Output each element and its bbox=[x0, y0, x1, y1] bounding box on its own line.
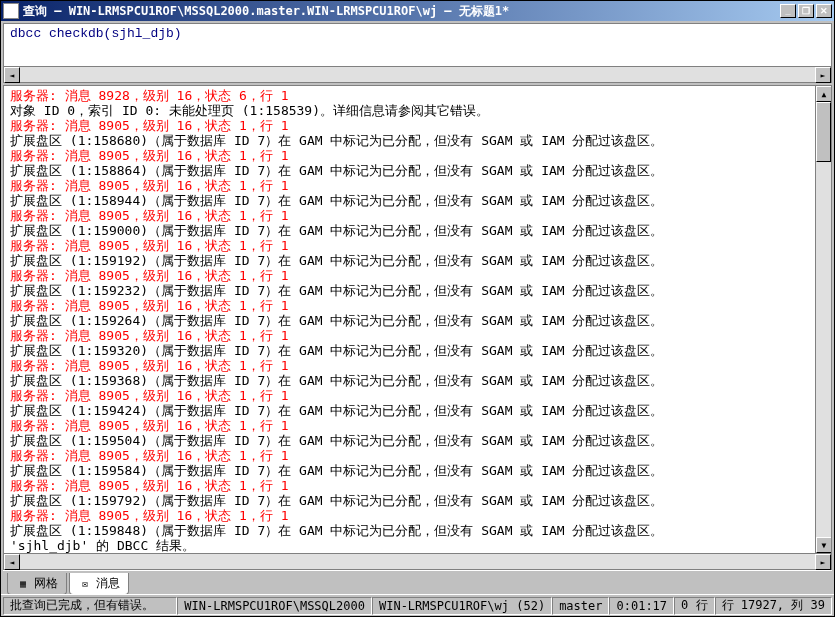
window-title: 查询 — WIN-LRMSPCU1ROF\MSSQL2000.master.WI… bbox=[23, 3, 780, 20]
result-line: 服务器: 消息 8905，级别 16，状态 1，行 1 bbox=[10, 328, 809, 343]
query-hscrollbar[interactable]: ◄ ► bbox=[4, 66, 831, 82]
result-line: 扩展盘区 (1:159000)（属于数据库 ID 7）在 GAM 中标记为已分配… bbox=[10, 223, 809, 238]
status-message: 批查询已完成，但有错误。 bbox=[3, 597, 177, 615]
scroll-down-icon[interactable]: ▼ bbox=[816, 537, 832, 553]
result-line: 服务器: 消息 8905，级别 16，状态 1，行 1 bbox=[10, 508, 809, 523]
results-messages[interactable]: 服务器: 消息 8928，级别 16，状态 6，行 1对象 ID 0，索引 ID… bbox=[4, 86, 815, 553]
vscroll-thumb[interactable] bbox=[816, 102, 831, 162]
close-button[interactable]: ✕ bbox=[816, 4, 832, 18]
scroll-right-icon[interactable]: ► bbox=[815, 554, 831, 570]
status-server: WIN-LRMSPCU1ROF\MSSQL2000 bbox=[177, 597, 372, 615]
result-line: 扩展盘区 (1:159584)（属于数据库 ID 7）在 GAM 中标记为已分配… bbox=[10, 463, 809, 478]
results-vscrollbar[interactable]: ▲ ▼ bbox=[815, 86, 831, 553]
result-line: 服务器: 消息 8905，级别 16，状态 1，行 1 bbox=[10, 418, 809, 433]
minimize-button[interactable]: _ bbox=[780, 4, 796, 18]
app-window: ▦ 查询 — WIN-LRMSPCU1ROF\MSSQL2000.master.… bbox=[0, 0, 835, 617]
hscroll-track[interactable] bbox=[20, 554, 815, 569]
scroll-up-icon[interactable]: ▲ bbox=[816, 86, 832, 102]
result-line: 扩展盘区 (1:159264)（属于数据库 ID 7）在 GAM 中标记为已分配… bbox=[10, 313, 809, 328]
scroll-left-icon[interactable]: ◄ bbox=[4, 67, 20, 83]
result-line: 服务器: 消息 8905，级别 16，状态 1，行 1 bbox=[10, 448, 809, 463]
vscroll-track[interactable] bbox=[816, 102, 831, 537]
status-user: WIN-LRMSPCU1ROF\wj (52) bbox=[372, 597, 552, 615]
hscroll-track[interactable] bbox=[20, 67, 815, 82]
result-line: 扩展盘区 (1:158864)（属于数据库 ID 7）在 GAM 中标记为已分配… bbox=[10, 163, 809, 178]
status-database: master bbox=[552, 597, 609, 615]
result-line: 服务器: 消息 8905，级别 16，状态 1，行 1 bbox=[10, 298, 809, 313]
tab-messages[interactable]: ✉ 消息 bbox=[69, 573, 129, 595]
status-time: 0:01:17 bbox=[609, 597, 674, 615]
result-line: 服务器: 消息 8905，级别 16，状态 1，行 1 bbox=[10, 178, 809, 193]
result-line: 服务器: 消息 8905，级别 16，状态 1，行 1 bbox=[10, 478, 809, 493]
result-line: 扩展盘区 (1:158944)（属于数据库 ID 7）在 GAM 中标记为已分配… bbox=[10, 193, 809, 208]
tab-grid-label: 网格 bbox=[34, 575, 58, 592]
result-line: 服务器: 消息 8928，级别 16，状态 6，行 1 bbox=[10, 88, 809, 103]
result-line: 服务器: 消息 8905，级别 16，状态 1，行 1 bbox=[10, 358, 809, 373]
statusbar: 批查询已完成，但有错误。 WIN-LRMSPCU1ROF\MSSQL2000 W… bbox=[1, 594, 834, 616]
result-line: 扩展盘区 (1:159848)（属于数据库 ID 7）在 GAM 中标记为已分配… bbox=[10, 523, 809, 538]
result-line: 对象 ID 0，索引 ID 0: 未能处理页 (1:158539)。详细信息请参… bbox=[10, 103, 809, 118]
results-tabbar: ▦ 网格 ✉ 消息 bbox=[3, 570, 832, 594]
result-line: 扩展盘区 (1:159232)（属于数据库 ID 7）在 GAM 中标记为已分配… bbox=[10, 283, 809, 298]
result-line: 服务器: 消息 8905，级别 16，状态 1，行 1 bbox=[10, 388, 809, 403]
status-rows: 0 行 bbox=[674, 597, 714, 615]
window-controls: _ ❐ ✕ bbox=[780, 4, 832, 18]
result-line: 扩展盘区 (1:159320)（属于数据库 ID 7）在 GAM 中标记为已分配… bbox=[10, 343, 809, 358]
result-line: 扩展盘区 (1:159792)（属于数据库 ID 7）在 GAM 中标记为已分配… bbox=[10, 493, 809, 508]
result-line: 扩展盘区 (1:158680)（属于数据库 ID 7）在 GAM 中标记为已分配… bbox=[10, 133, 809, 148]
result-line: 扩展盘区 (1:159504)（属于数据库 ID 7）在 GAM 中标记为已分配… bbox=[10, 433, 809, 448]
tab-messages-label: 消息 bbox=[96, 575, 120, 592]
grid-icon: ▦ bbox=[16, 577, 30, 591]
results-pane: 服务器: 消息 8928，级别 16，状态 6，行 1对象 ID 0，索引 ID… bbox=[3, 85, 832, 554]
titlebar: ▦ 查询 — WIN-LRMSPCU1ROF\MSSQL2000.master.… bbox=[1, 1, 834, 21]
tab-grid[interactable]: ▦ 网格 bbox=[7, 573, 67, 595]
query-editor[interactable]: dbcc checkdb(sjhl_djb) bbox=[4, 24, 831, 66]
result-line: 扩展盘区 (1:159192)（属于数据库 ID 7）在 GAM 中标记为已分配… bbox=[10, 253, 809, 268]
result-line: 'sjhl_djb' 的 DBCC 结果。 bbox=[10, 538, 809, 553]
messages-icon: ✉ bbox=[78, 577, 92, 591]
status-position: 行 17927, 列 39 bbox=[715, 597, 832, 615]
result-line: 服务器: 消息 8905，级别 16，状态 1，行 1 bbox=[10, 238, 809, 253]
result-line: 服务器: 消息 8905，级别 16，状态 1，行 1 bbox=[10, 268, 809, 283]
app-icon: ▦ bbox=[3, 3, 19, 19]
maximize-button[interactable]: ❐ bbox=[798, 4, 814, 18]
result-line: 服务器: 消息 8905，级别 16，状态 1，行 1 bbox=[10, 148, 809, 163]
result-line: 服务器: 消息 8905，级别 16，状态 1，行 1 bbox=[10, 208, 809, 223]
result-line: 扩展盘区 (1:159368)（属于数据库 ID 7）在 GAM 中标记为已分配… bbox=[10, 373, 809, 388]
scroll-left-icon[interactable]: ◄ bbox=[4, 554, 20, 570]
result-line: 扩展盘区 (1:159424)（属于数据库 ID 7）在 GAM 中标记为已分配… bbox=[10, 403, 809, 418]
results-hscrollbar[interactable]: ◄ ► bbox=[3, 554, 832, 570]
scroll-right-icon[interactable]: ► bbox=[815, 67, 831, 83]
result-line: 服务器: 消息 8905，级别 16，状态 1，行 1 bbox=[10, 118, 809, 133]
query-editor-pane: dbcc checkdb(sjhl_djb) ◄ ► bbox=[3, 23, 832, 83]
